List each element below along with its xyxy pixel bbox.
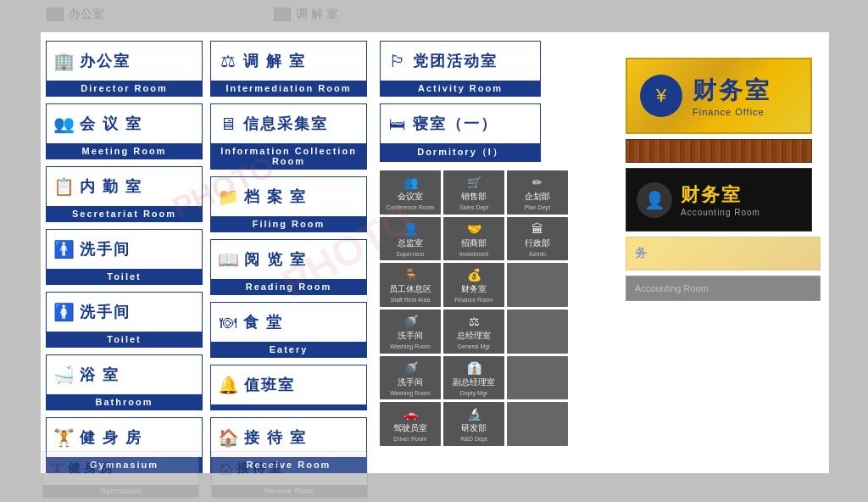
intermediation-en: Intermediation Room (211, 81, 366, 96)
activity-icon: 🏳 (387, 52, 408, 71)
duty-icon: 🔔 (218, 375, 239, 395)
column-3: 🏳 党团活动室 Activity Room 🛏 寝室（一） Dormitory（… (380, 41, 568, 446)
partial-finance-sign: 务 (626, 237, 821, 271)
small-sign-rest-area: 🪑 员工休息区 Staff Rest Area (380, 263, 441, 307)
accounting-zh: 财务室 (681, 182, 760, 208)
header-ghost-area: 办公室 调 解 室 (47, 7, 338, 22)
small-sign-blank1 (507, 263, 568, 307)
sign-filing-room: 📁 档 案 室 Filing Room (210, 176, 367, 232)
duty-en (211, 404, 366, 410)
toilet1-zh: 洗手间 (80, 239, 131, 259)
small-sign-supervisor: 👤 总监室 Supervisor (380, 217, 441, 261)
main-content: 🏢 办公室 Director Room 👥 会 议 室 Meeting Room… (41, 32, 829, 473)
sign-eatery: 🍽 食 堂 Eatery (210, 302, 367, 358)
bathroom-zh: 浴 室 (80, 365, 120, 385)
page-background: 办公室 调 解 室 🏢 办公室 Director Room 👥 会 议 (0, 0, 868, 502)
secretariat-icon: 📋 (53, 176, 75, 197)
eatery-icon: 🍽 (218, 313, 238, 332)
director-zh: 办公室 (80, 51, 131, 71)
sign-toilet-2: 🚺 洗手间 Toilet (46, 292, 203, 348)
small-sign-blank4 (507, 402, 568, 446)
gymnasium-icon: 🏋 (53, 427, 75, 448)
sign-activity-room: 🏳 党团活动室 Activity Room (380, 41, 541, 97)
partial-accounting-sign: Accounting Room (626, 276, 821, 301)
wood-texture-bar (626, 139, 812, 163)
receive-icon: 🏠 (218, 427, 239, 448)
sign-toilet-1: 🚹 洗手间 Toilet (46, 229, 203, 285)
small-sign-general-manager: ⚖ 总经理室 General Mgr (443, 310, 504, 354)
meeting-zh: 会 议 室 (80, 114, 142, 134)
dormitory-zh: 寝室（一） (413, 114, 498, 134)
toilet2-en: Toilet (47, 332, 202, 347)
ghost-sign-2: 🏠 接 待 室 Receive Room (211, 451, 368, 498)
column-finance: ¥ 财务室 Finance Office 👤 财务室 Accounting Ro… (626, 58, 821, 301)
sign-director-room: 🏢 办公室 Director Room (46, 41, 203, 97)
small-sign-driver: 🚗 驾驶员室 Driver Room (380, 402, 441, 446)
sign-duty-room: 🔔 值班室 (210, 365, 367, 410)
activity-en: Activity Room (381, 81, 540, 96)
toilet1-icon: 🚹 (53, 239, 75, 259)
secretariat-en: Secretariat Room (47, 206, 202, 221)
small-sign-wash2: 🚿 洗手间 Washing Room (380, 356, 441, 400)
bottom-ghost-area: 🏋 健 身 房 Gymnasium 🏠 接 待 室 Receive Room (42, 451, 368, 498)
duty-zh: 值班室 (244, 375, 295, 395)
info-zh: 信息采集室 (243, 114, 328, 134)
small-signs-grid: 👥 会议室 Conference Room 🛒 销售部 Sales Dept ✏… (380, 170, 568, 446)
sign-information-collection: 🖥 信息采集室 Information Collection Room (210, 103, 367, 170)
accounting-text: 财务室 Accounting Room (681, 182, 760, 217)
small-sign-blank3 (507, 356, 568, 400)
finance-gold-sign: ¥ 财务室 Finance Office (626, 58, 812, 134)
filing-zh: 档 案 室 (244, 187, 307, 207)
small-sign-plan: ✏ 企划部 Plan Dept (507, 170, 568, 215)
toilet1-en: Toilet (47, 269, 202, 284)
intermediation-icon: ⚖ (218, 51, 238, 71)
dormitory-icon: 🛏 (387, 114, 408, 134)
activity-zh: 党团活动室 (413, 51, 498, 71)
sign-meeting-room: 👥 会 议 室 Meeting Room (46, 103, 203, 159)
accounting-person-icon: 👤 (644, 190, 665, 210)
info-icon: 🖥 (218, 114, 238, 134)
filing-icon: 📁 (218, 187, 239, 207)
finance-gold-yen-icon: ¥ (656, 85, 666, 107)
secretariat-zh: 内 勤 室 (80, 176, 142, 197)
small-sign-finance: 💰 财务室 Finance Room (443, 263, 504, 307)
small-sign-blank2 (507, 310, 568, 354)
column-1: 🏢 办公室 Director Room 👥 会 议 室 Meeting Room… (46, 41, 203, 477)
small-sign-investment: 🤝 招商部 Investment (443, 217, 504, 261)
finance-gold-text: 财务室 Finance Office (693, 75, 771, 117)
sign-secretariat-room: 📋 内 勤 室 Secretariat Room (46, 166, 203, 222)
partial-text: 务 (635, 246, 647, 261)
toilet2-zh: 洗手间 (80, 302, 131, 322)
toilet2-icon: 🚺 (53, 302, 75, 322)
eatery-zh: 食 堂 (243, 312, 283, 332)
header-ghost-2: 调 解 室 (274, 7, 338, 22)
sign-reading-room: 📖 阅 览 室 Reading Room (210, 239, 367, 295)
reading-icon: 📖 (218, 249, 239, 270)
accounting-black-sign: 👤 财务室 Accounting Room (626, 168, 812, 231)
small-sign-admin: 🏛 行政部 Admin (507, 217, 568, 261)
bathroom-icon: 🛁 (53, 365, 75, 385)
intermediation-zh: 调 解 室 (243, 51, 306, 71)
partial-account-text: Accounting Room (635, 283, 709, 293)
sign-dormitory: 🛏 寝室（一） Dormitory（I） (380, 103, 541, 162)
director-en: Director Room (47, 81, 202, 96)
dormitory-en: Dormitory（I） (381, 143, 540, 161)
small-sign-sales: 🛒 销售部 Sales Dept (443, 170, 504, 215)
meeting-en: Meeting Room (47, 143, 202, 159)
meeting-icon: 👥 (53, 114, 75, 134)
reading-zh: 阅 览 室 (244, 249, 307, 270)
director-icon: 🏢 (53, 51, 75, 71)
bathroom-en: Bathroom (47, 394, 202, 410)
finance-gold-icon-container: ¥ (640, 75, 682, 117)
small-sign-wash1: 🚿 洗手间 Washing Room (380, 310, 441, 354)
sign-bathroom: 🛁 浴 室 Bathroom (46, 354, 203, 410)
reading-en: Reading Room (211, 279, 366, 294)
column-2: ⚖ 调 解 室 Intermediation Room 🖥 信息采集室 Info… (210, 41, 367, 477)
small-sign-rd: 🔬 研发部 R&D Dept (443, 402, 504, 446)
header-ghost-1: 办公室 (47, 7, 104, 22)
sign-intermediation: ⚖ 调 解 室 Intermediation Room (210, 41, 367, 97)
finance-gold-zh: 财务室 (693, 75, 771, 107)
filing-en: Filing Room (211, 216, 366, 231)
gymnasium-zh: 健 身 房 (80, 427, 142, 448)
small-sign-conference: 👥 会议室 Conference Room (380, 170, 441, 215)
